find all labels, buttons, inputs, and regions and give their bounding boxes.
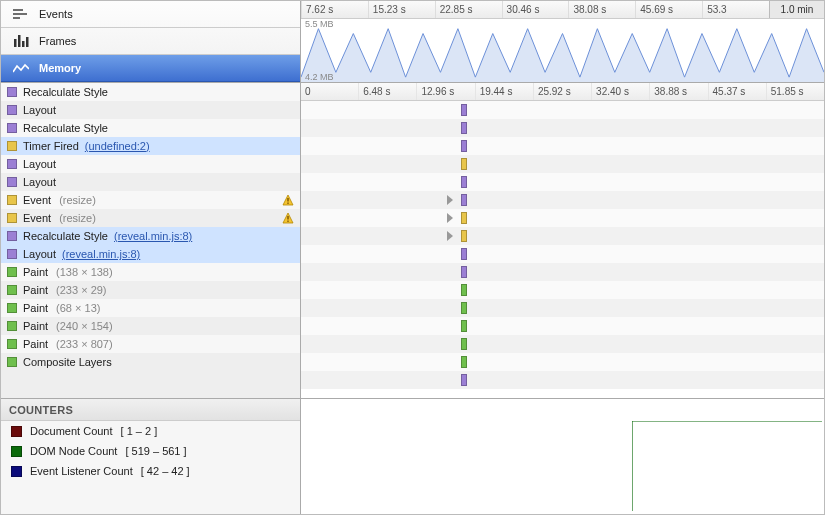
record-source-link[interactable]: (reveal.min.js:8) (114, 230, 192, 242)
record-swatch-icon (7, 141, 17, 151)
counter-document[interactable]: Document Count [ 1 – 2 ] (1, 421, 300, 441)
svg-rect-5 (22, 41, 25, 47)
timeline-marker[interactable] (461, 230, 467, 242)
timeline-marker[interactable] (461, 302, 467, 314)
timeline-row (301, 263, 824, 281)
nav-frames[interactable]: Frames (1, 28, 300, 55)
svg-rect-3 (14, 39, 17, 47)
record-label: Recalculate Style (23, 86, 108, 98)
timeline-pane[interactable]: 0 6.48 s 12.96 s 19.44 s 25.92 s 32.40 s… (301, 83, 824, 398)
timeline-marker[interactable] (461, 248, 467, 260)
record-source-link[interactable]: (undefined:2) (85, 140, 150, 152)
timeline-marker[interactable] (461, 320, 467, 332)
timeline-marker[interactable] (461, 356, 467, 368)
record-row[interactable]: Paint (240 × 154) (1, 317, 300, 335)
record-row[interactable]: Paint (233 × 29) (1, 281, 300, 299)
record-sub: (resize) (59, 212, 96, 224)
nav-memory[interactable]: Memory (1, 55, 300, 82)
tl-tick: 32.40 s (591, 83, 649, 100)
timeline-marker[interactable] (461, 140, 467, 152)
counter-event-listeners[interactable]: Event Listener Count [ 42 – 42 ] (1, 461, 300, 481)
record-row[interactable]: Recalculate Style (reveal.min.js:8) (1, 227, 300, 245)
tl-tick: 6.48 s (358, 83, 416, 100)
counter-range: [ 1 – 2 ] (121, 425, 158, 437)
tl-tick: 0 (301, 83, 358, 100)
counter-label: Event Listener Count (30, 465, 133, 477)
record-source-link[interactable]: (reveal.min.js:8) (62, 248, 140, 260)
record-row[interactable]: Paint (233 × 807) (1, 335, 300, 353)
timeline-row (301, 137, 824, 155)
record-row[interactable]: Composite Layers (1, 353, 300, 371)
record-row[interactable]: Paint (138 × 138) (1, 263, 300, 281)
record-row[interactable]: Paint (68 × 13) (1, 299, 300, 317)
tl-tick: 19.44 s (475, 83, 533, 100)
expand-icon[interactable] (447, 195, 453, 205)
record-row[interactable]: Layout (1, 155, 300, 173)
record-row[interactable]: Layout (1, 101, 300, 119)
timeline-marker[interactable] (461, 122, 467, 134)
ov-tick: 53.3 (702, 1, 769, 18)
record-row[interactable]: Layout (reveal.min.js:8) (1, 245, 300, 263)
record-swatch-icon (7, 87, 17, 97)
timeline-row (301, 173, 824, 191)
svg-marker-7 (301, 29, 824, 82)
events-icon (13, 8, 29, 20)
record-swatch-icon (7, 321, 17, 331)
record-swatch-icon (7, 285, 17, 295)
record-swatch-icon (7, 231, 17, 241)
record-row[interactable]: Event (resize) (1, 209, 300, 227)
record-label: Paint (23, 266, 48, 278)
timeline-row (301, 317, 824, 335)
timeline-marker[interactable] (461, 194, 467, 206)
timeline-row (301, 155, 824, 173)
timeline-body (301, 101, 824, 398)
svg-rect-6 (26, 37, 29, 47)
svg-rect-10 (287, 203, 288, 204)
nav-events[interactable]: Events (1, 1, 300, 28)
record-label: Layout (23, 248, 56, 260)
timeline-marker[interactable] (461, 284, 467, 296)
overview-pane[interactable]: 7.62 s 15.23 s 22.85 s 30.46 s 38.08 s 4… (301, 1, 824, 82)
timeline-row (301, 119, 824, 137)
timeline-marker[interactable] (461, 158, 467, 170)
graph-line-icon (632, 421, 822, 511)
record-swatch-icon (7, 339, 17, 349)
record-row[interactable]: Timer Fired (undefined:2) (1, 137, 300, 155)
record-label: Composite Layers (23, 356, 112, 368)
record-swatch-icon (7, 123, 17, 133)
timeline-row (301, 371, 824, 389)
timeline-marker[interactable] (461, 212, 467, 224)
timeline-marker[interactable] (461, 104, 467, 116)
record-row[interactable]: Layout (1, 173, 300, 191)
records-list[interactable]: Recalculate StyleLayoutRecalculate Style… (1, 83, 301, 398)
timeline-marker[interactable] (461, 176, 467, 188)
record-sub: (233 × 29) (56, 284, 106, 296)
expand-icon[interactable] (447, 213, 453, 223)
record-row[interactable]: Recalculate Style (1, 83, 300, 101)
timeline-marker[interactable] (461, 374, 467, 386)
swatch-icon (11, 426, 22, 437)
timeline-marker[interactable] (461, 338, 467, 350)
nav-frames-label: Frames (39, 35, 76, 47)
record-row[interactable]: Recalculate Style (1, 119, 300, 137)
nav-memory-label: Memory (39, 62, 81, 74)
record-label: Paint (23, 284, 48, 296)
expand-icon[interactable] (447, 231, 453, 241)
record-label: Timer Fired (23, 140, 79, 152)
timeline-row (301, 281, 824, 299)
record-swatch-icon (7, 159, 17, 169)
record-label: Paint (23, 338, 48, 350)
tl-tick: 51.85 s (766, 83, 824, 100)
tl-tick: 45.37 s (708, 83, 766, 100)
svg-rect-12 (287, 216, 288, 220)
counter-dom-nodes[interactable]: DOM Node Count [ 519 – 561 ] (1, 441, 300, 461)
overview-ruler: 7.62 s 15.23 s 22.85 s 30.46 s 38.08 s 4… (301, 1, 824, 19)
record-sub: (233 × 807) (56, 338, 113, 350)
timeline-row (301, 227, 824, 245)
timeline-marker[interactable] (461, 266, 467, 278)
svg-rect-4 (18, 35, 21, 47)
counters-panel: COUNTERS Document Count [ 1 – 2 ] DOM No… (1, 399, 301, 514)
swatch-icon (11, 446, 22, 457)
bottom-pane: COUNTERS Document Count [ 1 – 2 ] DOM No… (1, 399, 824, 514)
record-row[interactable]: Event (resize) (1, 191, 300, 209)
